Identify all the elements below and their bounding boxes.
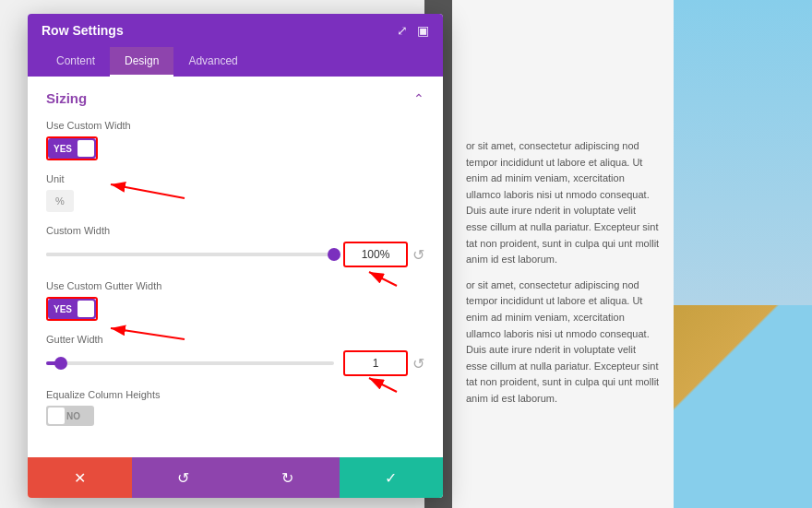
unit-label: Unit [46,173,424,184]
header-icons: ⤢ ▣ [397,23,429,38]
equalize-heights-toggle[interactable]: NO [46,406,94,426]
use-custom-width-row: Use Custom Width YES [46,120,424,160]
equalize-heights-toggle-container: NO [46,406,424,426]
row-settings-panel: Row Settings ⤢ ▣ Content Design Advanced… [28,14,443,498]
gutter-width-thumb[interactable] [54,357,67,370]
redo-icon: ↻ [281,469,293,487]
modal-title: Row Settings [42,23,124,38]
reset-icon: ↺ [177,469,189,487]
custom-width-thumb[interactable] [328,248,340,261]
gutter-width-row: Gutter Width ↺ [46,334,424,376]
custom-width-label: Custom Width [46,225,424,236]
save-button[interactable]: ✓ [340,457,444,498]
toggle-thumb [78,140,94,157]
custom-width-row: Custom Width ↺ [46,225,424,267]
unit-value: % [55,195,65,207]
sky-area [674,0,812,305]
modal-tabs: Content Design Advanced [28,47,443,77]
tab-content[interactable]: Content [42,47,110,77]
equalize-heights-label: Equalize Column Heights [46,389,424,400]
bg-paragraph-2: or sit amet, consectetur adipiscing nod … [466,278,660,408]
use-custom-width-toggle-container: YES [46,136,424,160]
tab-advanced[interactable]: Advanced [173,47,252,77]
gutter-width-input[interactable] [343,350,408,376]
use-custom-gutter-toggle-container: YES [46,297,424,321]
reset-button[interactable]: ↺ [132,457,236,498]
custom-width-input-wrap: ↺ [343,242,424,267]
use-custom-gutter-row: Use Custom Gutter Width YES [46,280,424,321]
unit-toggle[interactable]: % [46,190,74,212]
custom-width-input[interactable] [343,242,408,267]
custom-width-slider-row: ↺ [46,242,424,267]
collapse-icon[interactable]: ⌃ [413,91,424,106]
unit-row: Unit % [46,173,424,212]
redo-button[interactable]: ↻ [235,457,340,498]
custom-width-fill [46,253,334,256]
cancel-button[interactable]: ✕ [28,457,132,498]
use-custom-gutter-toggle[interactable]: YES [48,299,96,319]
ground-area [674,305,812,508]
section-title: Sizing [46,90,87,106]
equalize-heights-row: Equalize Column Heights NO [46,389,424,426]
custom-width-track [46,253,334,256]
save-icon: ✓ [385,469,397,487]
gutter-width-slider-row: ↺ [46,350,424,376]
modal-footer: ✕ ↺ ↻ ✓ [28,457,443,498]
tab-design[interactable]: Design [110,47,173,77]
use-custom-gutter-redbox: YES [46,297,98,321]
gutter-width-label: Gutter Width [46,334,424,345]
custom-width-reset-icon[interactable]: ↺ [412,246,424,264]
use-custom-width-redbox: YES [46,136,98,160]
gutter-toggle-thumb [78,301,94,317]
use-custom-width-toggle[interactable]: YES [48,138,96,159]
gutter-width-input-wrap: ↺ [343,350,424,376]
use-custom-width-label: Use Custom Width [46,120,424,131]
fullscreen-icon[interactable]: ⤢ [397,23,408,38]
background-image [674,0,812,508]
modal-header: Row Settings ⤢ ▣ [28,14,443,47]
gutter-width-track [46,361,334,365]
background-text-area: or sit amet, consectetur adipiscing nod … [452,0,674,508]
eq-toggle-thumb [48,408,65,424]
columns-icon[interactable]: ▣ [417,23,429,38]
section-heading: Sizing ⌃ [46,90,424,106]
modal-content: Sizing ⌃ Use Custom Width YES Unit % [28,77,443,457]
cancel-icon: ✕ [74,469,86,487]
gutter-width-reset-icon[interactable]: ↺ [412,355,424,372]
use-custom-gutter-label: Use Custom Gutter Width [46,280,424,291]
bg-paragraph-1: or sit amet, consectetur adipiscing nod … [466,138,660,268]
